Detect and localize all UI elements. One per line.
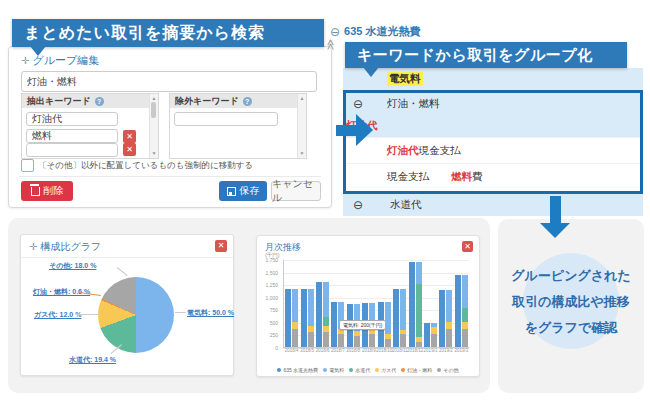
- legend-item[interactable]: 水道代: [349, 367, 370, 373]
- entry-text: 燃料: [451, 170, 472, 184]
- scroll-up-icon[interactable]: ▲: [150, 95, 158, 102]
- ledger-entry-row[interactable]: 現金支払燃料費: [346, 163, 640, 189]
- bar-segment-other: [308, 332, 314, 347]
- entry-text: 灯油代: [387, 144, 419, 158]
- bar-stacked[interactable]: [292, 289, 298, 347]
- bar-total[interactable]: [439, 290, 445, 347]
- legend-item[interactable]: 電気料: [323, 367, 344, 373]
- bar-total[interactable]: [285, 289, 291, 347]
- help-icon[interactable]: ?: [95, 97, 104, 106]
- bar-group: 2018/4: [284, 260, 299, 347]
- pie-label-gas[interactable]: ガス代: 12.0 %: [34, 310, 81, 320]
- remove-keyword-button[interactable]: ✕: [123, 130, 136, 143]
- bar-total[interactable]: [409, 262, 415, 347]
- account-header[interactable]: ⊖ 635 水道光熱費: [330, 24, 420, 39]
- bar-stacked[interactable]: [323, 282, 329, 347]
- collapse-all-icon[interactable]: ≪: [324, 39, 337, 51]
- bar-group: 2018/7: [330, 260, 345, 347]
- bar-stacked[interactable]: [446, 290, 452, 347]
- exclude-keyword-input-1[interactable]: [174, 112, 278, 126]
- bar-group: 2019/3: [454, 260, 469, 347]
- pie-label-electric[interactable]: 電気料: 50.0 %: [187, 308, 234, 318]
- bar-segment-gas: [446, 322, 452, 330]
- legend-item[interactable]: ガス代: [375, 367, 396, 373]
- arrow-right-icon: [336, 112, 376, 148]
- pie-label-water[interactable]: 水道代: 19.4 %: [69, 355, 116, 365]
- bar-plotarea: 2018/42018/52018/62018/72018/82018/92018…: [283, 260, 469, 348]
- bar-total[interactable]: [424, 323, 430, 347]
- bar-segment-other: [369, 334, 375, 347]
- bar-stacked[interactable]: [462, 275, 468, 347]
- ledger-entry-row[interactable]: 灯油代現金支払: [346, 137, 640, 163]
- bar-total[interactable]: [455, 275, 461, 347]
- scrollbar[interactable]: ▲ ▼: [149, 94, 158, 158]
- scroll-up-icon[interactable]: ▲: [298, 95, 306, 102]
- legend-item[interactable]: 635 水道光熱費: [277, 367, 318, 373]
- collapse-minus-icon[interactable]: ⊖: [330, 25, 340, 39]
- legend-dot: [375, 368, 379, 372]
- legend-label: 電気料: [329, 367, 344, 373]
- bar-total[interactable]: [393, 289, 399, 347]
- pie-label-other[interactable]: その他: 18.0 %: [49, 261, 96, 271]
- leader-line: [76, 314, 100, 315]
- bar-segment-other: [354, 336, 360, 347]
- pie-chart[interactable]: [98, 277, 174, 353]
- electric-label: 電気料: [387, 72, 423, 86]
- bar-stacked[interactable]: [308, 289, 314, 347]
- x-tick-label: 2019/3: [454, 348, 468, 353]
- bar-stacked[interactable]: [416, 262, 422, 347]
- save-button[interactable]: 保存: [219, 181, 267, 201]
- group-minus-icon[interactable]: ⊖: [353, 97, 363, 111]
- tutorial-page: まとめたい取引を摘要から検索 ✛グループ編集 抽出キーワード ? ✕ ✕ ▲ ▼: [0, 0, 650, 401]
- legend-item[interactable]: 灯油・燃料: [401, 367, 432, 373]
- entry-text: 費: [472, 170, 483, 184]
- include-keyword-input-1[interactable]: [26, 112, 118, 126]
- include-keywords-header: 抽出キーワード ?: [22, 94, 158, 108]
- ledger-row-electric[interactable]: 電気料: [343, 68, 643, 90]
- leader-line: [175, 312, 186, 313]
- callout-pointer: [363, 67, 379, 77]
- legend-dot: [323, 368, 327, 372]
- save-icon: [227, 187, 236, 196]
- bar-segment-other: [431, 334, 437, 347]
- bar-segment-elec: [323, 282, 329, 317]
- include-keywords-panel: 抽出キーワード ? ✕ ✕ ▲ ▼: [21, 93, 159, 159]
- include-keyword-input-3[interactable]: [26, 143, 118, 157]
- close-button[interactable]: ✕: [215, 240, 227, 252]
- exclude-keywords-header: 除外キーワード ?: [170, 94, 306, 108]
- water-minus-icon[interactable]: ⊖: [353, 198, 363, 212]
- include-keyword-input-2[interactable]: [26, 129, 118, 143]
- bar-segment-water: [323, 317, 329, 326]
- callout-search-label: まとめたい取引を摘要から検索: [24, 23, 265, 44]
- bar-stacked[interactable]: [431, 323, 437, 347]
- legend-item[interactable]: その他: [437, 367, 458, 373]
- ledger-entry-row[interactable]: 灯油代: [346, 115, 640, 137]
- bar-total[interactable]: [301, 289, 307, 347]
- group-header-row[interactable]: ⊖ 灯油・燃料: [346, 93, 640, 115]
- ledger-row-water[interactable]: ⊖ 水道代: [343, 194, 643, 216]
- bar-ylabels: 1,7501,5001,2501,0007505002500: [257, 260, 280, 348]
- move-icon: ✛: [29, 241, 37, 252]
- callout-pointer: [30, 46, 46, 56]
- remove-keyword-button[interactable]: ✕: [123, 143, 136, 156]
- group-entries: 灯油代灯油代現金支払現金支払燃料費: [346, 115, 640, 189]
- bar-group: 2018/5: [299, 260, 314, 347]
- help-icon[interactable]: ?: [243, 97, 252, 106]
- delete-button[interactable]: 削除: [21, 181, 73, 201]
- close-button[interactable]: ✕: [462, 241, 473, 252]
- x-tick-label: 2018/12: [407, 348, 423, 353]
- bar-total[interactable]: [316, 282, 322, 347]
- bar-stacked[interactable]: [400, 289, 406, 347]
- x-tick-label: 2019/2: [439, 348, 453, 353]
- scroll-thumb[interactable]: [151, 102, 156, 118]
- scroll-down-icon[interactable]: ▼: [150, 150, 158, 157]
- force-move-checkbox[interactable]: [21, 159, 34, 172]
- x-tick-label: 2018/8: [347, 348, 361, 353]
- bar-total[interactable]: [331, 302, 337, 347]
- scrollbar[interactable]: ▲ ▼: [297, 94, 306, 158]
- group-name-input[interactable]: [21, 71, 317, 92]
- bar-group: 2019/2: [438, 260, 453, 347]
- scroll-down-icon[interactable]: ▼: [298, 150, 306, 157]
- legend-dot: [349, 368, 353, 372]
- cancel-button[interactable]: キャンセル: [271, 181, 321, 201]
